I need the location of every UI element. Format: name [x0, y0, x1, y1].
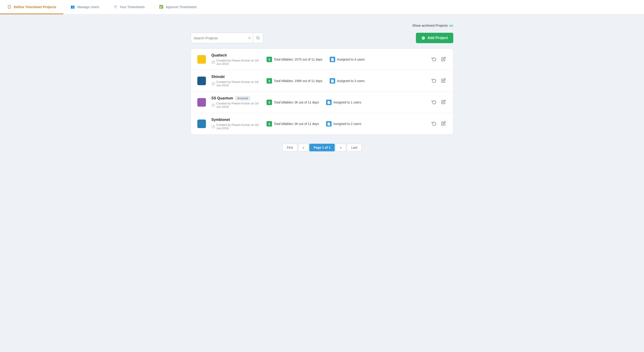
project-color-3: [197, 120, 206, 128]
project-created-2: Created by Pawan Kumar on 18-Jun-2019: [216, 102, 261, 108]
project-archive-button-1[interactable]: [431, 77, 437, 85]
project-archive-button-2[interactable]: [431, 99, 437, 106]
project-actions-3: [431, 120, 447, 128]
pagination-next[interactable]: »: [336, 144, 346, 151]
project-edit-button-2[interactable]: [440, 99, 447, 106]
nav-tab-icon-define-timesheet: 📋: [7, 5, 12, 9]
archived-badge-2: Archived: [235, 96, 250, 100]
project-row: SS Quantum Archived 🕐 Created by Pawan K…: [191, 92, 453, 113]
project-archive-button-3[interactable]: [431, 120, 437, 128]
assigned-stat-3: 📄 Assigned to 2 users: [326, 121, 361, 127]
project-meta-1: 🕐 Created by Pawan Kumar on 18-Jun-2019: [211, 80, 261, 87]
edit-icon-3: [441, 121, 446, 126]
search-icon: [256, 36, 260, 40]
assigned-stat-2: 📄 Assigned to 1 users: [326, 100, 361, 105]
nav-tab-icon-approve-timesheets: ✅: [159, 5, 164, 9]
project-created-3: Created by Pawan Kumar on 18-Jun-2019: [216, 123, 261, 130]
clock-icon-3: 🕐: [211, 125, 215, 128]
project-actions-1: [431, 77, 447, 85]
project-edit-button-0[interactable]: [440, 56, 447, 63]
nav-tab-icon-your-timesheets: ⏱: [114, 5, 117, 9]
nav-tab-your-timesheets[interactable]: ⏱ Your Timesheets: [106, 0, 152, 14]
assigned-label-1: Assigned to 3 users: [337, 79, 365, 83]
project-row: Symbionet 🕐 Created by Pawan Kumar on 18…: [191, 113, 453, 134]
assigned-icon-1: 📄: [330, 78, 335, 84]
archive-toggle-label: Show archived Projects: [412, 23, 448, 27]
project-actions-2: [431, 99, 447, 106]
pagination: First«Page 1 of 1»Last: [191, 144, 453, 151]
nav-tab-approve-timesheets[interactable]: ✅ Approve Timesheets: [152, 0, 204, 14]
project-archive-button-0[interactable]: [431, 56, 437, 63]
assigned-label-3: Assigned to 2 users: [333, 122, 361, 126]
billables-icon-3: $: [266, 121, 272, 127]
search-clear-button[interactable]: ✕: [246, 36, 253, 40]
project-color-2: [197, 98, 206, 107]
project-color-0: [197, 55, 206, 64]
project-row: Qualtech 🕐 Created by Pawan Kumar on 18-…: [191, 49, 453, 70]
billables-icon-2: $: [266, 100, 272, 105]
project-meta-3: 🕐 Created by Pawan Kumar on 18-Jun-2019: [211, 123, 261, 130]
archive-icon-2: [432, 100, 436, 104]
billables-stat-3: $ Total billables: 0h out of 11 days: [266, 121, 319, 127]
pagination-last[interactable]: Last: [347, 144, 361, 151]
project-stats-2: $ Total billables: 0h out of 11 days 📄 A…: [266, 100, 426, 105]
project-created-0: Created by Pawan Kumar on 18-Jun-2019: [216, 59, 261, 65]
pagination-first[interactable]: First: [282, 144, 297, 151]
add-project-button[interactable]: ⊕ Add Project: [416, 33, 453, 43]
pagination-prev[interactable]: «: [298, 144, 309, 151]
top-navigation: 📋 Define Timesheet Projects👥 Manage User…: [0, 0, 644, 14]
edit-icon-0: [441, 57, 446, 61]
project-edit-button-1[interactable]: [440, 77, 447, 85]
search-submit-button[interactable]: [253, 33, 263, 43]
project-created-1: Created by Pawan Kumar on 18-Jun-2019: [216, 80, 261, 87]
billables-stat-0: $ Total billables: 157h out of 11 days: [266, 57, 322, 62]
edit-icon-2: [441, 100, 446, 104]
nav-tab-manage-users[interactable]: 👥 Manage Users: [63, 0, 106, 14]
billables-label-0: Total billables: 157h out of 11 days: [274, 58, 322, 61]
archive-toggle-row: Show archived Projects on: [191, 23, 453, 27]
clock-icon-2: 🕐: [211, 103, 215, 107]
nav-tab-label-manage-users: Manage Users: [77, 5, 99, 9]
assigned-icon-2: 📄: [326, 100, 332, 105]
assigned-label-0: Assigned to 4 users: [337, 58, 365, 61]
billables-label-2: Total billables: 0h out of 11 days: [274, 101, 319, 104]
project-name-3: Symbionet: [211, 118, 261, 122]
assigned-stat-1: 📄 Assigned to 3 users: [330, 78, 365, 84]
nav-tab-icon-manage-users: 👥: [70, 5, 75, 9]
add-project-icon: ⊕: [421, 35, 425, 41]
nav-tab-define-timesheet[interactable]: 📋 Define Timesheet Projects: [0, 0, 63, 14]
project-info-1: Shinobi 🕐 Created by Pawan Kumar on 18-J…: [211, 75, 261, 87]
search-input[interactable]: [191, 36, 246, 40]
svg-point-0: [256, 37, 259, 39]
archive-toggle-status[interactable]: on: [449, 23, 453, 27]
project-list: Qualtech 🕐 Created by Pawan Kumar on 18-…: [191, 49, 453, 135]
project-stats-0: $ Total billables: 157h out of 11 days 📄…: [266, 57, 426, 62]
billables-stat-2: $ Total billables: 0h out of 11 days: [266, 100, 319, 105]
main-content: Show archived Projects on ✕ ⊕ Add Projec…: [186, 14, 458, 161]
archive-icon-0: [432, 57, 436, 61]
project-edit-button-3[interactable]: [440, 120, 447, 128]
project-info-0: Qualtech 🕐 Created by Pawan Kumar on 18-…: [211, 53, 261, 65]
project-info-2: SS Quantum Archived 🕐 Created by Pawan K…: [211, 96, 261, 108]
assigned-stat-0: 📄 Assigned to 4 users: [330, 57, 365, 62]
project-color-1: [197, 77, 206, 85]
search-box: ✕: [191, 33, 263, 43]
billables-label-1: Total billables: 199h out of 11 days: [274, 79, 322, 83]
pagination-current[interactable]: Page 1 of 1: [309, 144, 335, 151]
project-meta-2: 🕐 Created by Pawan Kumar on 18-Jun-2019: [211, 102, 261, 108]
assigned-label-2: Assigned to 1 users: [333, 101, 361, 104]
archive-icon-1: [432, 78, 436, 83]
project-name-1: Shinobi: [211, 75, 261, 79]
project-actions-0: [431, 56, 447, 63]
project-name-2: SS Quantum Archived: [211, 96, 261, 100]
clock-icon-0: 🕐: [211, 61, 215, 64]
add-project-label: Add Project: [428, 36, 448, 40]
billables-icon-1: $: [266, 78, 272, 84]
clock-icon-1: 🕐: [211, 82, 215, 85]
project-stats-1: $ Total billables: 199h out of 11 days 📄…: [266, 78, 426, 84]
project-row: Shinobi 🕐 Created by Pawan Kumar on 18-J…: [191, 70, 453, 92]
archive-icon-3: [432, 121, 436, 126]
nav-tab-label-your-timesheets: Your Timesheets: [120, 5, 144, 9]
project-stats-3: $ Total billables: 0h out of 11 days 📄 A…: [266, 121, 426, 127]
nav-tab-label-define-timesheet: Define Timesheet Projects: [14, 5, 56, 9]
